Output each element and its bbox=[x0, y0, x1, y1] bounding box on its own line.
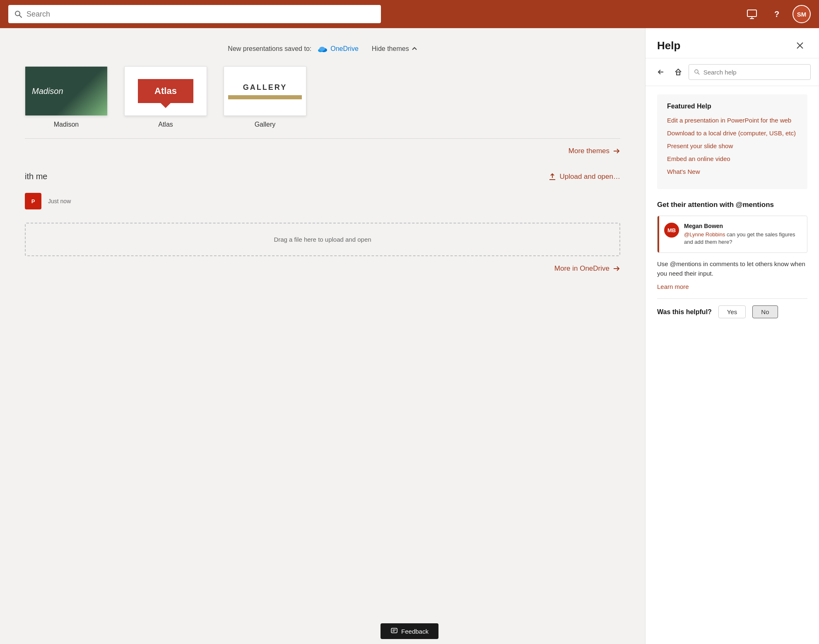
gallery-text: Gallery bbox=[243, 83, 287, 92]
help-link-present[interactable]: Present your slide show bbox=[667, 142, 797, 149]
save-bar: New presentations saved to: OneDrive Hid… bbox=[25, 45, 620, 53]
featured-help-section: Featured Help Edit a presentation in Pow… bbox=[657, 94, 807, 189]
help-link-whats-new[interactable]: What's New bbox=[667, 168, 797, 175]
help-home-button[interactable] bbox=[671, 65, 685, 79]
help-link-edit-ppt[interactable]: Edit a presentation in PowerPoint for th… bbox=[667, 117, 797, 124]
recent-time: Just now bbox=[48, 198, 71, 204]
comment-text: @Lynne Robbins can you get the sales fig… bbox=[684, 231, 800, 246]
recent-item: P Just now bbox=[25, 188, 620, 214]
presentation-icon bbox=[746, 8, 758, 20]
help-title: Help bbox=[657, 39, 680, 52]
svg-rect-18 bbox=[391, 628, 397, 633]
shared-section: ith me Upload and open… P Just now bbox=[25, 172, 620, 256]
help-button[interactable]: ? bbox=[768, 5, 786, 23]
help-link-embed-video[interactable]: Embed an online video bbox=[667, 155, 797, 162]
comment-card: MB Megan Bowen @Lynne Robbins can you ge… bbox=[657, 216, 807, 253]
recent-info: Just now bbox=[48, 197, 620, 205]
chevron-up-icon bbox=[412, 46, 417, 52]
help-nav bbox=[646, 58, 819, 86]
svg-line-1 bbox=[19, 15, 22, 18]
gallery-bar bbox=[228, 95, 302, 99]
svg-point-7 bbox=[319, 47, 325, 51]
feedback-button[interactable]: Feedback bbox=[381, 623, 438, 639]
home-icon bbox=[674, 68, 682, 76]
section-title: ith me bbox=[25, 172, 47, 181]
section-header: ith me Upload and open… bbox=[25, 172, 620, 181]
onedrive-icon bbox=[316, 45, 328, 53]
help-search-input[interactable] bbox=[703, 69, 805, 76]
help-search-box[interactable] bbox=[689, 64, 811, 80]
hide-themes-button[interactable]: Hide themes bbox=[372, 45, 417, 53]
search-input[interactable] bbox=[26, 10, 375, 19]
onedrive-text: OneDrive bbox=[330, 45, 359, 53]
arrow-right-icon bbox=[613, 147, 620, 155]
upload-open-button[interactable]: Upload and open… bbox=[549, 173, 620, 181]
themes-divider bbox=[25, 138, 620, 139]
help-header: Help bbox=[646, 28, 819, 58]
upload-icon bbox=[549, 173, 556, 180]
back-arrow-icon bbox=[657, 68, 665, 76]
more-onedrive-arrow-icon bbox=[613, 265, 620, 272]
drag-drop-area[interactable]: Drag a file here to upload and open bbox=[25, 223, 620, 256]
save-text: New presentations saved to: bbox=[228, 45, 311, 53]
svg-line-17 bbox=[698, 73, 699, 74]
helpful-divider bbox=[657, 298, 807, 299]
atlas-card: Atlas bbox=[138, 79, 193, 103]
upload-label: Upload and open… bbox=[559, 173, 620, 181]
topbar: ? SM bbox=[0, 0, 819, 28]
content-area: New presentations saved to: OneDrive Hid… bbox=[0, 28, 645, 644]
theme-atlas[interactable]: Atlas Atlas bbox=[124, 66, 207, 128]
gallery-label: Gallery bbox=[255, 121, 276, 128]
more-themes-button[interactable]: More themes bbox=[568, 147, 620, 155]
atlas-label: Atlas bbox=[158, 121, 173, 128]
help-close-button[interactable] bbox=[793, 38, 807, 53]
comment-left-bar bbox=[658, 216, 659, 252]
madison-thumbnail: Madison bbox=[25, 66, 108, 116]
drag-label: Drag a file here to upload and open bbox=[274, 236, 371, 243]
file-icon: P bbox=[25, 193, 41, 209]
comment-author: Megan Bowen bbox=[684, 223, 800, 229]
themes-row: Madison Madison Atlas Atlas Gallery Gall… bbox=[25, 66, 620, 128]
help-link-download[interactable]: Download to a local drive (computer, USB… bbox=[667, 130, 797, 137]
help-search-icon bbox=[694, 69, 700, 75]
comment-mention: @Lynne Robbins bbox=[684, 231, 725, 238]
svg-rect-2 bbox=[747, 10, 756, 17]
close-icon bbox=[796, 41, 804, 50]
theme-madison[interactable]: Madison Madison bbox=[25, 66, 108, 128]
more-onedrive-label: More in OneDrive bbox=[554, 264, 609, 273]
featured-title: Featured Help bbox=[667, 103, 797, 110]
help-body: Featured Help Edit a presentation in Pow… bbox=[646, 86, 819, 644]
presentation-mode-button[interactable] bbox=[743, 5, 761, 23]
user-avatar[interactable]: SM bbox=[793, 5, 811, 23]
theme-gallery[interactable]: Gallery Gallery bbox=[224, 66, 306, 128]
search-box[interactable] bbox=[8, 5, 381, 23]
atlas-thumbnail: Atlas bbox=[124, 66, 207, 116]
helpful-section: Was this helpful? Yes No bbox=[657, 305, 807, 318]
search-icon bbox=[14, 10, 22, 18]
help-back-button[interactable] bbox=[654, 65, 668, 79]
help-panel: Help bbox=[645, 28, 819, 644]
comment-content: Megan Bowen @Lynne Robbins can you get t… bbox=[684, 223, 800, 246]
more-onedrive-button[interactable]: More in OneDrive bbox=[554, 264, 620, 273]
madison-label: Madison bbox=[54, 121, 79, 128]
more-themes-label: More themes bbox=[568, 147, 609, 155]
learn-more-link[interactable]: Learn more bbox=[657, 283, 807, 290]
attention-section: Get their attention with @mentions MB Me… bbox=[657, 201, 807, 318]
helpful-yes-button[interactable]: Yes bbox=[718, 305, 746, 318]
main-layout: New presentations saved to: OneDrive Hid… bbox=[0, 28, 819, 644]
hide-themes-label: Hide themes bbox=[372, 45, 409, 53]
attention-title: Get their attention with @mentions bbox=[657, 201, 807, 209]
attention-desc: Use @mentions in comments to let others … bbox=[657, 260, 807, 278]
helpful-no-button[interactable]: No bbox=[752, 305, 778, 318]
svg-rect-15 bbox=[677, 72, 680, 75]
helpful-label: Was this helpful? bbox=[657, 308, 712, 316]
onedrive-label: OneDrive bbox=[316, 45, 359, 53]
gallery-thumbnail: Gallery bbox=[224, 66, 306, 116]
feedback-label: Feedback bbox=[401, 628, 429, 635]
feedback-icon bbox=[390, 627, 398, 635]
question-icon: ? bbox=[774, 10, 779, 19]
comment-avatar: MB bbox=[664, 223, 679, 238]
madison-text: Madison bbox=[32, 87, 63, 96]
